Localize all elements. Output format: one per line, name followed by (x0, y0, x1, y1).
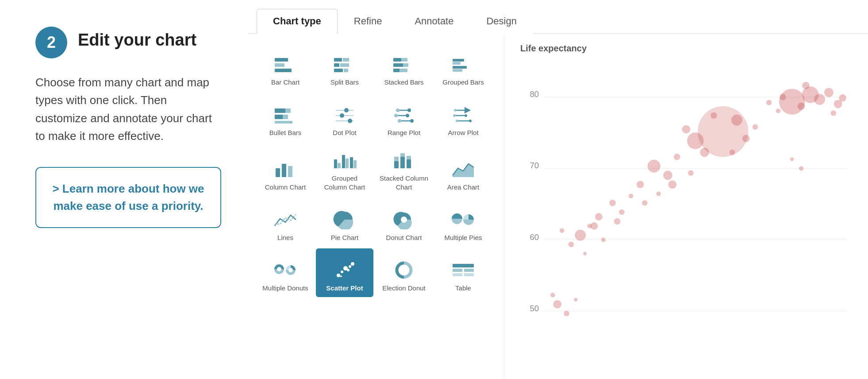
svg-point-125 (550, 293, 555, 297)
chart-label-stacked-column: Stacked Column Chart (379, 174, 429, 191)
table-icon (450, 259, 476, 281)
svg-point-95 (839, 94, 846, 102)
arrow-plot-icon (450, 104, 476, 126)
svg-rect-6 (340, 63, 349, 67)
chart-label-split-bars: Split Bars (330, 78, 359, 87)
svg-rect-74 (453, 269, 462, 272)
svg-point-96 (831, 110, 836, 116)
area-icon (450, 158, 476, 180)
svg-point-109 (637, 181, 644, 188)
svg-point-27 (340, 113, 344, 118)
svg-rect-22 (275, 115, 283, 119)
svg-rect-59 (400, 153, 405, 157)
svg-point-105 (730, 150, 735, 155)
chart-type-grouped-bars[interactable]: Grouped Bars (434, 43, 492, 91)
chart-label-pie-chart: Pie Chart (331, 233, 359, 242)
chart-grid: Bar ChartSplit BarsStacked BarsGrouped B… (257, 43, 499, 297)
svg-point-25 (344, 108, 349, 112)
svg-rect-12 (403, 63, 408, 67)
svg-point-130 (595, 213, 603, 220)
chart-type-stacked-column[interactable]: Stacked Column Chart (375, 143, 433, 196)
svg-rect-73 (453, 264, 474, 267)
step-header: 2 Edit your chart (35, 27, 221, 58)
svg-rect-23 (275, 121, 292, 124)
svg-point-72 (401, 267, 407, 273)
tab-refine[interactable]: Refine (338, 9, 399, 34)
svg-rect-7 (334, 69, 343, 72)
svg-point-116 (575, 230, 586, 241)
chart-type-pie-chart[interactable]: Pie Chart (316, 198, 373, 247)
chart-type-range-plot[interactable]: Range Plot (375, 93, 433, 142)
multiple-pies-icon (450, 209, 476, 231)
svg-point-126 (574, 298, 577, 302)
svg-rect-5 (334, 63, 339, 67)
svg-rect-54 (350, 157, 353, 168)
svg-point-38 (410, 119, 414, 123)
svg-point-104 (753, 124, 758, 130)
chart-label-multiple-pies: Multiple Pies (444, 233, 482, 242)
svg-point-113 (668, 180, 676, 189)
svg-text:50: 50 (530, 304, 539, 313)
svg-point-46 (469, 120, 472, 122)
svg-point-70 (340, 275, 342, 277)
chart-label-donut-chart: Donut Chart (386, 233, 422, 242)
svg-rect-47 (276, 168, 280, 177)
svg-point-107 (648, 160, 661, 173)
step-title: Edit your chart (78, 27, 196, 50)
svg-point-89 (824, 88, 833, 97)
chart-type-scatter-plot[interactable]: Scatter Plot (316, 248, 373, 297)
chart-type-bar-chart[interactable]: Bar Chart (257, 43, 314, 91)
tab-chart-type[interactable]: Chart type (257, 9, 338, 34)
chart-type-bullet-bars[interactable]: Bullet Bars (257, 93, 314, 142)
svg-point-124 (564, 311, 569, 316)
left-panel: 2 Edit your chart Choose from many chart… (0, 0, 248, 379)
svg-rect-15 (453, 59, 464, 62)
chart-type-grouped-column[interactable]: Grouped Column Chart (316, 143, 373, 196)
chart-type-area-chart[interactable]: Area Chart (434, 143, 492, 196)
tab-annotate[interactable]: Annotate (398, 9, 470, 34)
chart-label-column-chart: Column Chart (265, 183, 306, 192)
range-plot-icon (391, 104, 417, 126)
chart-type-election-donut[interactable]: Election Donut (375, 248, 433, 297)
svg-rect-11 (393, 63, 403, 67)
svg-rect-8 (344, 69, 348, 72)
chart-type-multiple-donuts[interactable]: Multiple Donuts (257, 248, 314, 297)
chart-type-multiple-pies[interactable]: Multiple Pies (434, 198, 492, 247)
tab-design[interactable]: Design (470, 9, 533, 34)
chart-type-donut-chart[interactable]: Donut Chart (375, 198, 433, 247)
stacked-bars-icon (391, 53, 417, 75)
svg-rect-77 (464, 273, 474, 276)
dot-plot-icon (331, 104, 358, 126)
svg-point-110 (674, 154, 680, 160)
svg-point-118 (568, 242, 574, 247)
learn-more-link[interactable]: Learn more about how we make ease of use… (52, 180, 204, 215)
chart-type-table[interactable]: Table (434, 248, 492, 297)
svg-point-111 (688, 170, 693, 176)
svg-point-88 (814, 94, 825, 105)
chart-type-arrow-plot[interactable]: Arrow Plot (434, 93, 492, 142)
svg-point-103 (711, 112, 717, 119)
svg-point-93 (766, 100, 772, 105)
svg-rect-4 (343, 58, 349, 62)
chart-label-grouped-column: Grouped Column Chart (320, 174, 369, 191)
main-content: Bar ChartSplit BarsStacked BarsGrouped B… (248, 34, 868, 379)
chart-type-dot-plot[interactable]: Dot Plot (316, 93, 373, 142)
chart-label-table: Table (455, 284, 471, 293)
svg-point-34 (394, 114, 398, 117)
svg-rect-50 (334, 159, 337, 168)
svg-text:80: 80 (530, 89, 539, 99)
chart-type-stacked-bars[interactable]: Stacked Bars (375, 43, 433, 91)
svg-point-69 (351, 262, 354, 266)
chart-type-split-bars[interactable]: Split Bars (316, 43, 373, 91)
chart-type-column-chart[interactable]: Column Chart (257, 143, 314, 196)
svg-rect-53 (346, 159, 349, 168)
chart-label-range-plot: Range Plot (388, 128, 420, 137)
donut-icon (391, 209, 417, 231)
svg-point-35 (406, 114, 409, 117)
svg-point-122 (560, 228, 564, 233)
chart-type-lines[interactable]: Lines (257, 198, 314, 247)
svg-rect-58 (400, 157, 405, 168)
svg-rect-2 (275, 69, 292, 72)
chart-label-area-chart: Area Chart (447, 183, 480, 192)
learn-more-box[interactable]: Learn more about how we make ease of use… (35, 167, 221, 228)
